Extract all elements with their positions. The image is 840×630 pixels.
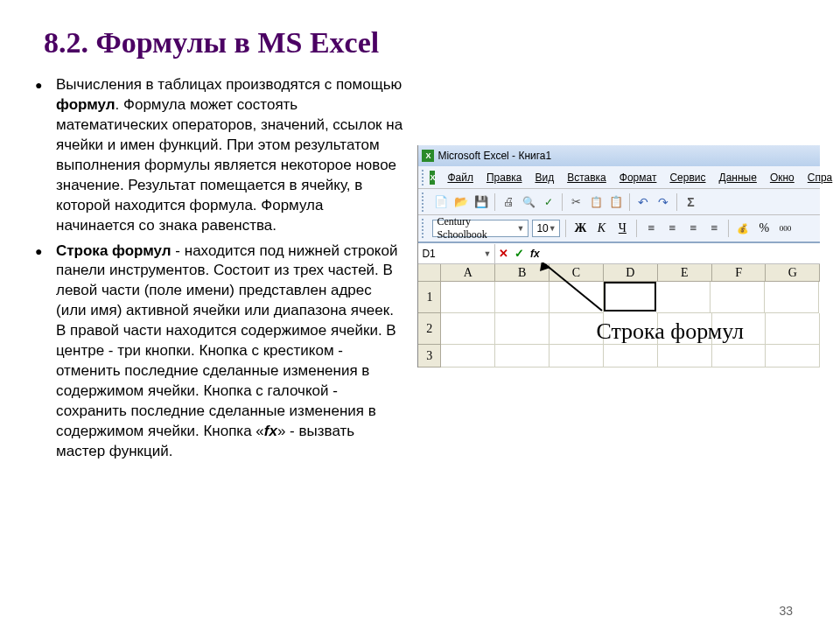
separator xyxy=(676,193,677,211)
cell-b2[interactable] xyxy=(495,313,550,345)
col-header-c[interactable]: C xyxy=(550,264,604,282)
bullet-1-post: . Формула может состоять математических … xyxy=(56,96,402,234)
bullet-1-pre: Вычисления в таблицах производятся с пом… xyxy=(56,76,402,93)
page-number: 33 xyxy=(779,604,793,618)
autosum-button[interactable] xyxy=(682,193,699,211)
align-right-button[interactable] xyxy=(684,220,702,237)
row-1: 1 xyxy=(418,282,820,313)
percent-button[interactable]: % xyxy=(755,220,773,237)
row-header-1[interactable]: 1 xyxy=(418,282,441,313)
undo-button[interactable] xyxy=(634,193,652,211)
chevron-down-icon: ▼ xyxy=(483,249,491,258)
formula-ok-button[interactable]: ✓ xyxy=(511,245,527,262)
slide: 8.2. Формулы в MS Excel Вычисления в таб… xyxy=(0,0,840,630)
worksheet: A B C D E F G 1 xyxy=(418,264,820,368)
align-left-button[interactable] xyxy=(642,220,660,237)
menu-edit[interactable]: Правка xyxy=(480,170,528,186)
cell-c3[interactable] xyxy=(550,345,604,368)
separator xyxy=(728,220,729,237)
toolbar-grip xyxy=(422,192,427,212)
cell-f1[interactable] xyxy=(710,282,765,313)
workbook-icon: X xyxy=(430,171,435,185)
menu-help[interactable]: Спра xyxy=(802,170,839,186)
col-header-a[interactable]: A xyxy=(441,264,495,282)
col-header-f[interactable]: F xyxy=(712,264,766,282)
open-button[interactable] xyxy=(452,193,470,211)
col-header-b[interactable]: B xyxy=(495,264,550,282)
menu-tools[interactable]: Сервис xyxy=(663,170,711,186)
col-header-e[interactable]: E xyxy=(658,264,712,282)
merge-button[interactable] xyxy=(705,220,723,237)
cell-b1[interactable] xyxy=(495,282,550,313)
bullet-2-bold: Строка формул xyxy=(56,242,172,259)
col-header-d[interactable]: D xyxy=(604,264,658,282)
cell-e3[interactable] xyxy=(658,345,712,368)
menu-view[interactable]: Вид xyxy=(528,170,560,186)
cell-a1[interactable] xyxy=(441,282,495,313)
menubar-grip xyxy=(422,170,424,186)
italic-button[interactable]: К xyxy=(592,220,610,237)
preview-button[interactable] xyxy=(520,193,537,211)
separator xyxy=(565,220,566,237)
row-header-3[interactable]: 3 xyxy=(418,345,441,368)
separator xyxy=(629,193,630,211)
currency-button[interactable] xyxy=(734,220,752,237)
font-size-combo[interactable]: 10 ▼ xyxy=(532,220,560,237)
cell-b3[interactable] xyxy=(495,345,550,368)
titlebar: X Microsoft Excel - Книга1 xyxy=(418,145,820,166)
spellcheck-button[interactable] xyxy=(540,193,557,211)
formula-cancel-button[interactable]: ✕ xyxy=(495,245,511,262)
cell-a2[interactable] xyxy=(441,313,495,345)
bold-button[interactable]: Ж xyxy=(571,220,589,237)
slide-title: 8.2. Формулы в MS Excel xyxy=(44,26,805,60)
annotation-label: Строка формул xyxy=(596,318,744,345)
column-headers: A B C D E F G xyxy=(418,264,820,282)
bullet-list: Вычисления в таблицах производятся с пом… xyxy=(35,75,404,462)
separator xyxy=(494,193,495,211)
cell-f3[interactable] xyxy=(712,345,766,368)
titlebar-text: Microsoft Excel - Книга1 xyxy=(438,150,551,162)
save-button[interactable] xyxy=(472,193,490,211)
paste-button[interactable] xyxy=(607,193,625,211)
chevron-down-icon: ▼ xyxy=(549,224,556,233)
fx-button[interactable]: fx xyxy=(527,245,542,262)
menu-file[interactable]: Файл xyxy=(441,170,480,186)
row-header-2[interactable]: 2 xyxy=(418,313,441,345)
cell-d3[interactable] xyxy=(604,345,658,368)
excel-app-icon: X xyxy=(422,150,434,162)
menu-insert[interactable]: Вставка xyxy=(561,170,612,186)
name-box[interactable]: D1 ▼ xyxy=(418,244,495,263)
excel-window: X Microsoft Excel - Книга1 X Файл Правка… xyxy=(417,145,820,368)
menu-window[interactable]: Окно xyxy=(764,170,801,186)
align-center-button[interactable] xyxy=(663,220,681,237)
separator xyxy=(562,193,563,211)
fmt-grip xyxy=(422,219,427,238)
cut-button[interactable] xyxy=(567,193,584,211)
redo-button[interactable] xyxy=(654,193,672,211)
content-row: Вычисления в таблицах производятся с пом… xyxy=(35,75,805,467)
font-combo-text: Century Schoolbook xyxy=(437,215,516,242)
row-3: 3 xyxy=(418,345,820,368)
cell-e1[interactable] xyxy=(656,282,710,313)
select-all-corner[interactable] xyxy=(418,264,441,282)
cell-a3[interactable] xyxy=(441,345,495,368)
cell-g1[interactable] xyxy=(765,282,819,313)
thousand-button[interactable]: 000 xyxy=(776,220,794,237)
font-combo[interactable]: Century Schoolbook ▼ xyxy=(432,220,528,237)
cell-d1-active[interactable] xyxy=(604,282,656,312)
cell-c1[interactable] xyxy=(550,282,604,313)
bullet-2-fx: fx xyxy=(264,423,277,439)
new-button[interactable] xyxy=(432,193,450,211)
cell-g3[interactable] xyxy=(766,345,820,368)
cell-g2[interactable] xyxy=(766,313,820,345)
underline-button[interactable]: Ч xyxy=(613,220,631,237)
copy-button[interactable] xyxy=(587,193,605,211)
formula-bar: D1 ▼ ✕ ✓ fx xyxy=(418,243,820,264)
print-button[interactable] xyxy=(500,193,517,211)
menu-format[interactable]: Формат xyxy=(613,170,663,186)
menu-data[interactable]: Данные xyxy=(713,170,763,186)
chevron-down-icon: ▼ xyxy=(516,224,524,233)
standard-toolbar xyxy=(418,189,820,215)
font-size-text: 10 xyxy=(536,222,548,234)
col-header-g[interactable]: G xyxy=(766,264,820,282)
